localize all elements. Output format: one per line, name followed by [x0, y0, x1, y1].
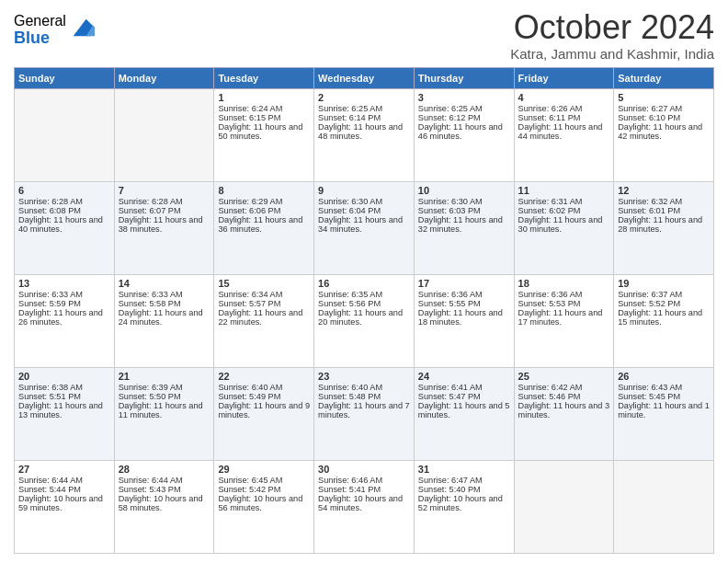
calendar-week-row: 1Sunrise: 6:24 AMSunset: 6:15 PMDaylight…: [15, 88, 714, 181]
sunrise-text: Sunrise: 6:28 AM: [119, 197, 210, 206]
sunrise-text: Sunrise: 6:34 AM: [218, 290, 310, 299]
day-of-week-header: Friday: [514, 67, 614, 88]
sunrise-text: Sunrise: 6:25 AM: [418, 104, 510, 113]
sunset-text: Sunset: 5:56 PM: [318, 299, 410, 308]
sunrise-text: Sunrise: 6:40 AM: [318, 383, 410, 392]
sunset-text: Sunset: 6:02 PM: [518, 206, 610, 215]
day-of-week-header: Thursday: [414, 67, 514, 88]
daylight-text: Daylight: 11 hours and 28 minutes.: [618, 215, 710, 234]
daylight-text: Daylight: 11 hours and 44 minutes.: [518, 122, 610, 141]
day-number: 1: [218, 92, 310, 103]
daylight-text: Daylight: 11 hours and 34 minutes.: [318, 215, 410, 234]
daylight-text: Daylight: 11 hours and 36 minutes.: [218, 215, 310, 234]
calendar-day-cell: 28Sunrise: 6:44 AMSunset: 5:43 PMDayligh…: [114, 460, 214, 553]
sunrise-text: Sunrise: 6:44 AM: [119, 476, 210, 485]
sunset-text: Sunset: 6:15 PM: [218, 113, 310, 122]
day-number: 11: [518, 185, 610, 196]
calendar-day-cell: 1Sunrise: 6:24 AMSunset: 6:15 PMDaylight…: [214, 88, 314, 181]
calendar-day-cell: 26Sunrise: 6:43 AMSunset: 5:45 PMDayligh…: [614, 367, 714, 460]
day-number: 29: [218, 464, 310, 475]
sunset-text: Sunset: 6:03 PM: [418, 206, 510, 215]
sunrise-text: Sunrise: 6:32 AM: [618, 197, 710, 206]
calendar-week-row: 20Sunrise: 6:38 AMSunset: 5:51 PMDayligh…: [15, 367, 714, 460]
calendar-day-cell: [114, 88, 214, 181]
logo-icon: [69, 15, 95, 40]
sunset-text: Sunset: 5:52 PM: [618, 299, 710, 308]
day-number: 27: [18, 464, 110, 475]
day-number: 5: [618, 92, 710, 103]
sunrise-text: Sunrise: 6:30 AM: [418, 197, 510, 206]
day-number: 22: [218, 371, 310, 382]
logo-blue: Blue: [14, 29, 66, 48]
daylight-text: Daylight: 11 hours and 11 minutes.: [119, 401, 210, 419]
calendar-day-cell: 27Sunrise: 6:44 AMSunset: 5:44 PMDayligh…: [15, 460, 115, 553]
day-number: 12: [618, 185, 710, 196]
sunrise-text: Sunrise: 6:40 AM: [218, 383, 310, 392]
day-number: 24: [418, 371, 510, 382]
sunset-text: Sunset: 6:06 PM: [218, 206, 310, 215]
calendar-week-row: 27Sunrise: 6:44 AMSunset: 5:44 PMDayligh…: [15, 460, 714, 553]
sunrise-text: Sunrise: 6:27 AM: [618, 104, 710, 113]
daylight-text: Daylight: 11 hours and 48 minutes.: [318, 122, 410, 141]
day-number: 19: [618, 278, 710, 289]
day-number: 2: [318, 92, 410, 103]
day-number: 7: [119, 185, 210, 196]
daylight-text: Daylight: 10 hours and 52 minutes.: [418, 494, 510, 512]
daylight-text: Daylight: 11 hours and 42 minutes.: [618, 122, 710, 141]
page: General Blue October 2024 Katra, Jammu a…: [0, 0, 728, 563]
title-block: October 2024 Katra, Jammu and Kashmir, I…: [510, 9, 714, 62]
calendar-day-cell: 23Sunrise: 6:40 AMSunset: 5:48 PMDayligh…: [314, 367, 415, 460]
day-number: 9: [318, 185, 410, 196]
sunset-text: Sunset: 6:04 PM: [318, 206, 410, 215]
calendar-day-cell: 29Sunrise: 6:45 AMSunset: 5:42 PMDayligh…: [214, 460, 314, 553]
day-number: 15: [218, 278, 310, 289]
month-title: October 2024: [510, 9, 714, 46]
sunset-text: Sunset: 6:10 PM: [618, 113, 710, 122]
calendar-week-row: 6Sunrise: 6:28 AMSunset: 6:08 PMDaylight…: [15, 181, 714, 274]
sunset-text: Sunset: 6:08 PM: [18, 206, 110, 215]
logo-general: General: [14, 13, 66, 29]
logo: General Blue: [14, 13, 95, 47]
day-of-week-header: Monday: [114, 67, 214, 88]
sunrise-text: Sunrise: 6:31 AM: [518, 197, 610, 206]
sunset-text: Sunset: 5:42 PM: [218, 485, 310, 494]
day-number: 18: [518, 278, 610, 289]
calendar-day-cell: 21Sunrise: 6:39 AMSunset: 5:50 PMDayligh…: [114, 367, 214, 460]
calendar-day-cell: 6Sunrise: 6:28 AMSunset: 6:08 PMDaylight…: [15, 181, 115, 274]
calendar-day-cell: 4Sunrise: 6:26 AMSunset: 6:11 PMDaylight…: [514, 88, 614, 181]
daylight-text: Daylight: 11 hours and 24 minutes.: [119, 308, 210, 327]
sunset-text: Sunset: 5:43 PM: [119, 485, 210, 494]
sunset-text: Sunset: 5:53 PM: [518, 299, 610, 308]
sunrise-text: Sunrise: 6:24 AM: [218, 104, 310, 113]
sunrise-text: Sunrise: 6:26 AM: [518, 104, 610, 113]
calendar-day-cell: 8Sunrise: 6:29 AMSunset: 6:06 PMDaylight…: [214, 181, 314, 274]
day-number: 13: [18, 278, 110, 289]
day-of-week-header: Sunday: [15, 67, 115, 88]
calendar-table: SundayMondayTuesdayWednesdayThursdayFrid…: [14, 67, 714, 554]
calendar-day-cell: 14Sunrise: 6:33 AMSunset: 5:58 PMDayligh…: [114, 274, 214, 367]
daylight-text: Daylight: 11 hours and 30 minutes.: [518, 215, 610, 234]
calendar-day-cell: 15Sunrise: 6:34 AMSunset: 5:57 PMDayligh…: [214, 274, 314, 367]
sunrise-text: Sunrise: 6:39 AM: [119, 383, 210, 392]
sunrise-text: Sunrise: 6:30 AM: [318, 197, 410, 206]
day-number: 16: [318, 278, 410, 289]
sunrise-text: Sunrise: 6:37 AM: [618, 290, 710, 299]
calendar-day-cell: 24Sunrise: 6:41 AMSunset: 5:47 PMDayligh…: [414, 367, 514, 460]
calendar-day-cell: [15, 88, 115, 181]
calendar-day-cell: 3Sunrise: 6:25 AMSunset: 6:12 PMDaylight…: [414, 88, 514, 181]
sunset-text: Sunset: 6:01 PM: [618, 206, 710, 215]
daylight-text: Daylight: 11 hours and 13 minutes.: [18, 401, 110, 419]
sunset-text: Sunset: 5:41 PM: [318, 485, 410, 494]
daylight-text: Daylight: 11 hours and 38 minutes.: [119, 215, 210, 234]
daylight-text: Daylight: 10 hours and 56 minutes.: [218, 494, 310, 512]
sunset-text: Sunset: 5:58 PM: [119, 299, 210, 308]
calendar-day-cell: 25Sunrise: 6:42 AMSunset: 5:46 PMDayligh…: [514, 367, 614, 460]
sunrise-text: Sunrise: 6:44 AM: [18, 476, 110, 485]
sunrise-text: Sunrise: 6:36 AM: [418, 290, 510, 299]
calendar-day-cell: 11Sunrise: 6:31 AMSunset: 6:02 PMDayligh…: [514, 181, 614, 274]
daylight-text: Daylight: 11 hours and 22 minutes.: [218, 308, 310, 327]
daylight-text: Daylight: 11 hours and 50 minutes.: [218, 122, 310, 141]
day-number: 30: [318, 464, 410, 475]
day-number: 20: [18, 371, 110, 382]
calendar-header-row: SundayMondayTuesdayWednesdayThursdayFrid…: [15, 67, 714, 88]
